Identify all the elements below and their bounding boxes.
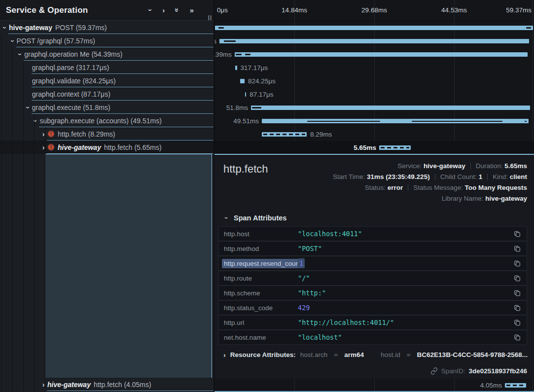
collapse-all-icon[interactable]: » [174, 8, 181, 12]
child-span-dashes [506, 385, 525, 386]
span-meta-line: Status: errorStatus Message: Too Many Re… [333, 182, 527, 193]
span-duration-bar[interactable] [240, 79, 245, 83]
child-span-mark [218, 27, 224, 29]
operation-name: POST (59.37ms) [55, 24, 107, 32]
service-name: hive-gateway [47, 381, 91, 389]
span-name-label: graphql.operation Me (54.39ms) [24, 50, 122, 58]
copy-icon[interactable] [513, 333, 522, 342]
span-duration-bar[interactable] [251, 106, 530, 110]
span-duration-label: 54.39ms [214, 51, 232, 58]
attribute-row: http.url"http://localhost:4011/" [219, 316, 527, 329]
span-duration-label: 8.29ms [310, 131, 332, 138]
span-duration-label: 49.51ms [233, 117, 259, 125]
timeline-span-row[interactable]: 8.29ms [214, 128, 534, 141]
chevron-right-icon[interactable]: › [40, 131, 46, 138]
attribute-value: "http://localhost:4011/" [298, 319, 394, 326]
meta-divider [470, 163, 471, 169]
span-duration-bar[interactable] [235, 52, 528, 57]
timeline-span-row[interactable]: 317.17μs [214, 61, 534, 74]
timeline-panel: 0μs14.84ms29.68ms44.53ms59.37ms 57.57ms5… [214, 0, 534, 392]
tree-span-row[interactable]: ›hive-gatewayhttp.fetch (4.05ms) [0, 378, 214, 391]
child-span-dashes [263, 134, 305, 135]
panel-resize-handle[interactable]: || [208, 14, 212, 20]
link-icon[interactable] [430, 367, 438, 375]
copy-icon[interactable] [513, 288, 522, 297]
chevron-right-icon[interactable]: › [40, 381, 46, 388]
copy-icon[interactable] [513, 274, 522, 283]
expand-one-icon[interactable]: › [162, 6, 165, 14]
timeline-span-row[interactable]: 87.17μs [214, 88, 534, 101]
span-id: SpanID: 3de02518937fb246 [430, 367, 527, 375]
span-duration-bar[interactable] [262, 132, 307, 137]
span-detail-panel: http.fetch Service: hive-gatewayDuration… [214, 154, 534, 379]
indent-guide [23, 61, 24, 391]
attribute-row: http.request.resend_count1 [219, 256, 527, 270]
equals-sign: = [332, 351, 340, 358]
span-name-label: graphql.parse (317.17μs) [32, 64, 109, 71]
resource-attributes-title: Resource Attributes: [230, 351, 296, 358]
timeline-span-row[interactable]: 5.65ms [214, 141, 534, 154]
span-duration-label: 317.17μs [241, 64, 268, 71]
span-duration-bar[interactable] [245, 92, 246, 97]
span-duration-label: 51.8ms [226, 104, 248, 111]
span-duration-bar[interactable] [235, 66, 237, 70]
timeline-span-row[interactable]: 51.8ms [214, 101, 534, 114]
span-duration-bar[interactable] [215, 26, 533, 30]
child-span-mark [236, 54, 242, 55]
indent-guide [45, 127, 45, 391]
chevron-down-icon[interactable]: › [32, 118, 39, 124]
tree-span-row[interactable]: graphql.validate (824.25μs) [0, 74, 214, 87]
timeline-span-row[interactable]: 4.05ms [214, 379, 534, 392]
copy-icon[interactable] [513, 244, 522, 253]
tree-span-row[interactable]: ›subgraph.execute (accounts) (49.51ms) [0, 114, 214, 127]
trace-viewer: 0μs14.84ms29.68ms44.53ms59.37ms 57.57ms5… [0, 0, 534, 392]
chevron-down-icon[interactable]: › [25, 105, 32, 110]
expand-all-icon[interactable]: » [190, 6, 194, 14]
timeline-span-row[interactable]: 54.39ms [214, 48, 534, 61]
attribute-row: net.host.name"localhost" [219, 330, 527, 344]
tree-span-row[interactable]: ›!hive-gatewayhttp.fetch (5.65ms) [0, 141, 214, 154]
indent-guide [12, 47, 13, 391]
chevron-down-icon[interactable]: › [9, 38, 16, 44]
chevron-right-icon: › [223, 352, 226, 358]
copy-icon[interactable] [513, 318, 522, 327]
error-icon: ! [47, 143, 55, 151]
timeline-span-row[interactable]: 824.25μs [214, 74, 534, 88]
meta-value: hive-gateway [485, 195, 527, 202]
attribute-row: http.host"localhost:4011" [219, 227, 527, 241]
attribute-value: "localhost" [298, 333, 342, 341]
timeline-span-row[interactable]: 49.51ms [214, 114, 534, 128]
span-duration-label: 4.05ms [480, 382, 502, 389]
attribute-row: http.status_code429 [219, 301, 527, 315]
span-duration-bar[interactable] [219, 39, 529, 43]
timeline-span-row[interactable]: 57.57ms [214, 35, 534, 48]
resource-attributes-row[interactable]: ›Resource Attributes:host.arch=arm64host… [214, 345, 534, 358]
tree-span-row[interactable]: ›hive-gatewayPOST (59.37ms) [0, 21, 214, 34]
meta-label: Status Message: [413, 184, 464, 191]
chevron-down-icon[interactable]: › [1, 25, 8, 31]
timeline-span-row[interactable] [214, 21, 534, 35]
meta-label: Duration: [476, 162, 505, 170]
tree-span-row[interactable]: ›!http.fetch (8.29ms) [0, 127, 214, 141]
span-name-label: !hive-gatewayhttp.fetch (5.65ms) [47, 143, 162, 151]
tree-span-row[interactable]: graphql.parse (317.17μs) [0, 61, 214, 74]
span-attributes-header[interactable]: › Span Attributes [214, 204, 534, 222]
tree-span-row[interactable]: ›graphql.operation Me (54.39ms) [0, 47, 214, 61]
span-duration-bar[interactable] [505, 383, 526, 388]
child-span-dashes [381, 147, 409, 148]
copy-icon[interactable] [513, 303, 522, 312]
chevron-down-icon[interactable]: › [17, 51, 24, 57]
tree-span-row[interactable]: ›graphql.execute (51.8ms) [0, 101, 214, 114]
tree-span-row[interactable]: graphql.context (87.17μs) [0, 87, 214, 101]
span-name-label: hive-gatewayPOST (59.37ms) [9, 24, 107, 32]
span-meta-line: Library Name: hive-gateway [333, 193, 527, 204]
copy-icon[interactable] [513, 229, 522, 238]
span-duration-label: 57.57ms [214, 37, 216, 45]
attribute-value: "localhost:4011" [298, 230, 362, 238]
chevron-right-icon[interactable]: › [40, 144, 46, 151]
tree-header-title: Service & Operation [6, 5, 88, 15]
span-duration-bar[interactable] [379, 145, 411, 150]
copy-icon[interactable] [513, 259, 522, 268]
tree-span-row[interactable]: ›POST /graphql (57.57ms) [0, 34, 214, 47]
collapse-one-icon[interactable]: › [147, 9, 154, 11]
